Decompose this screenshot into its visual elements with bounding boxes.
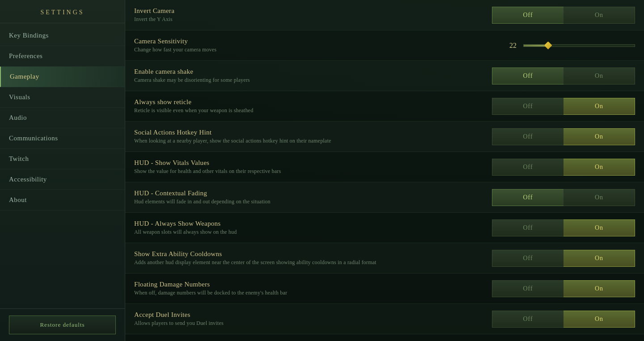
toggle-control-always-show-reticle: OffOn xyxy=(492,98,635,115)
toggle-control-hud-vitals-values: OffOn xyxy=(492,159,635,176)
setting-row-floating-damage-numbers: Floating Damage NumbersWhen off, damage … xyxy=(125,274,644,304)
toggle-on-hud-contextual-fading[interactable]: On xyxy=(564,189,635,206)
toggle-off-social-actions-hotkey[interactable]: Off xyxy=(492,128,564,145)
toggle-on-enable-camera-shake[interactable]: On xyxy=(564,67,635,84)
setting-title-hud-vitals-values: HUD - Show Vitals Values xyxy=(134,159,483,167)
slider-control-camera-sensitivity: 22 xyxy=(492,42,635,50)
slider-value-camera-sensitivity: 22 xyxy=(503,42,517,50)
toggle-control-show-extra-ability-cooldowns: OffOn xyxy=(492,250,635,267)
setting-info-enable-camera-shake: Enable camera shakeCamera shake may be d… xyxy=(134,68,492,84)
toggle-on-hud-vitals-values[interactable]: On xyxy=(564,159,635,176)
setting-title-accept-duel-invites: Accept Duel Invites xyxy=(134,311,483,319)
setting-row-show-extra-ability-cooldowns: Show Extra Ability CooldownsAdds another… xyxy=(125,243,644,274)
setting-row-auto-traverse: Auto-traverseAutomatically climb and vau… xyxy=(125,334,644,341)
toggle-on-invert-camera[interactable]: On xyxy=(564,7,635,24)
setting-row-always-show-reticle: Always show reticleReticle is visible ev… xyxy=(125,91,644,122)
toggle-off-show-extra-ability-cooldowns[interactable]: Off xyxy=(492,250,564,267)
setting-title-hud-contextual-fading: HUD - Contextual Fading xyxy=(134,189,483,197)
setting-desc-show-extra-ability-cooldowns: Adds another hud display element near th… xyxy=(134,259,483,266)
setting-info-hud-contextual-fading: HUD - Contextual FadingHud elements will… xyxy=(134,189,492,205)
setting-info-always-show-reticle: Always show reticleReticle is visible ev… xyxy=(134,98,492,114)
slider-track-camera-sensitivity[interactable] xyxy=(523,44,635,47)
toggle-off-enable-camera-shake[interactable]: Off xyxy=(492,67,564,84)
toggle-off-hud-always-show-weapons[interactable]: Off xyxy=(492,219,564,236)
setting-desc-camera-sensitivity: Change how fast your camera moves xyxy=(134,46,483,53)
sidebar-item-accessibility[interactable]: Accessibility xyxy=(0,169,125,190)
setting-title-camera-sensitivity: Camera Sensitivity xyxy=(134,38,483,45)
setting-row-invert-camera: Invert CameraInvert the Y AxisOffOn xyxy=(125,0,644,30)
setting-desc-social-actions-hotkey: When looking at a nearby player, show th… xyxy=(134,138,483,144)
sidebar-title: SETTINGS xyxy=(0,0,125,23)
setting-row-social-actions-hotkey: Social Actions Hotkey HintWhen looking a… xyxy=(125,122,644,152)
toggle-on-hud-always-show-weapons[interactable]: On xyxy=(564,219,635,236)
setting-title-enable-camera-shake: Enable camera shake xyxy=(134,68,483,76)
toggle-off-hud-vitals-values[interactable]: Off xyxy=(492,159,564,176)
setting-info-social-actions-hotkey: Social Actions Hotkey HintWhen looking a… xyxy=(134,129,492,144)
toggle-on-always-show-reticle[interactable]: On xyxy=(564,98,635,115)
toggle-on-social-actions-hotkey[interactable]: On xyxy=(564,128,635,145)
setting-title-hud-always-show-weapons: HUD - Always Show Weapons xyxy=(134,220,483,227)
setting-row-hud-always-show-weapons: HUD - Always Show WeaponsAll weapon slot… xyxy=(125,213,644,243)
toggle-control-floating-damage-numbers: OffOn xyxy=(492,280,635,297)
sidebar-item-twitch[interactable]: Twitch xyxy=(0,149,125,169)
sidebar-item-audio[interactable]: Audio xyxy=(0,108,125,128)
setting-title-social-actions-hotkey: Social Actions Hotkey Hint xyxy=(134,129,483,136)
setting-info-accept-duel-invites: Accept Duel InvitesAllows players to sen… xyxy=(134,311,492,327)
toggle-off-accept-duel-invites[interactable]: Off xyxy=(492,311,564,328)
sidebar-item-communications[interactable]: Communications xyxy=(0,128,125,149)
main-container: SETTINGS Key BindingsPreferencesGameplay… xyxy=(0,0,644,341)
setting-title-floating-damage-numbers: Floating Damage Numbers xyxy=(134,281,483,288)
setting-info-hud-vitals-values: HUD - Show Vitals ValuesShow the value f… xyxy=(134,159,492,175)
setting-title-show-extra-ability-cooldowns: Show Extra Ability Cooldowns xyxy=(134,250,483,258)
setting-desc-enable-camera-shake: Camera shake may be disorienting for som… xyxy=(134,77,483,84)
sidebar-item-about[interactable]: About xyxy=(0,190,125,210)
toggle-off-always-show-reticle[interactable]: Off xyxy=(492,98,564,115)
sidebar-item-preferences[interactable]: Preferences xyxy=(0,46,125,67)
setting-info-invert-camera: Invert CameraInvert the Y Axis xyxy=(134,7,492,23)
toggle-on-accept-duel-invites[interactable]: On xyxy=(564,311,635,328)
slider-thumb-camera-sensitivity[interactable] xyxy=(544,42,552,50)
setting-info-hud-always-show-weapons: HUD - Always Show WeaponsAll weapon slot… xyxy=(134,220,492,236)
setting-desc-invert-camera: Invert the Y Axis xyxy=(134,16,483,23)
toggle-on-floating-damage-numbers[interactable]: On xyxy=(564,280,635,297)
toggle-off-floating-damage-numbers[interactable]: Off xyxy=(492,280,564,297)
toggle-control-hud-contextual-fading: OffOn xyxy=(492,189,635,206)
sidebar-item-visuals[interactable]: Visuals xyxy=(0,87,125,108)
setting-row-enable-camera-shake: Enable camera shakeCamera shake may be d… xyxy=(125,61,644,91)
toggle-control-accept-duel-invites: OffOn xyxy=(492,311,635,328)
setting-row-camera-sensitivity: Camera SensitivityChange how fast your c… xyxy=(125,30,644,61)
setting-row-accept-duel-invites: Accept Duel InvitesAllows players to sen… xyxy=(125,304,644,334)
toggle-control-social-actions-hotkey: OffOn xyxy=(492,128,635,145)
toggle-off-invert-camera[interactable]: Off xyxy=(492,7,564,24)
setting-desc-always-show-reticle: Reticle is visible even when your weapon… xyxy=(134,107,483,114)
restore-defaults-button[interactable]: Restore defaults xyxy=(9,316,116,334)
content-area[interactable]: Invert CameraInvert the Y AxisOffOnCamer… xyxy=(125,0,644,341)
toggle-off-hud-contextual-fading[interactable]: Off xyxy=(492,189,564,206)
sidebar-item-key-bindings[interactable]: Key Bindings xyxy=(0,25,125,46)
setting-row-hud-contextual-fading: HUD - Contextual FadingHud elements will… xyxy=(125,182,644,213)
setting-info-camera-sensitivity: Camera SensitivityChange how fast your c… xyxy=(134,38,492,53)
setting-desc-accept-duel-invites: Allows players to send you Duel invites xyxy=(134,320,483,327)
sidebar: SETTINGS Key BindingsPreferencesGameplay… xyxy=(0,0,125,341)
toggle-control-enable-camera-shake: OffOn xyxy=(492,67,635,84)
sidebar-footer: Restore defaults xyxy=(0,308,125,341)
setting-info-floating-damage-numbers: Floating Damage NumbersWhen off, damage … xyxy=(134,281,492,296)
setting-title-invert-camera: Invert Camera xyxy=(134,7,483,15)
setting-desc-hud-vitals-values: Show the value for health and other vita… xyxy=(134,168,483,175)
toggle-control-invert-camera: OffOn xyxy=(492,7,635,24)
setting-row-hud-vitals-values: HUD - Show Vitals ValuesShow the value f… xyxy=(125,152,644,182)
toggle-control-hud-always-show-weapons: OffOn xyxy=(492,219,635,236)
setting-desc-hud-always-show-weapons: All weapon slots will always show on the… xyxy=(134,229,483,236)
sidebar-nav: Key BindingsPreferencesGameplayVisualsAu… xyxy=(0,23,125,308)
setting-title-always-show-reticle: Always show reticle xyxy=(134,98,483,106)
setting-desc-floating-damage-numbers: When off, damage numbers will be docked … xyxy=(134,290,483,296)
setting-info-show-extra-ability-cooldowns: Show Extra Ability CooldownsAdds another… xyxy=(134,250,492,266)
setting-desc-hud-contextual-fading: Hud elements will fade in and out depend… xyxy=(134,198,483,205)
toggle-on-show-extra-ability-cooldowns[interactable]: On xyxy=(564,250,635,267)
sidebar-item-gameplay[interactable]: Gameplay xyxy=(0,67,125,87)
